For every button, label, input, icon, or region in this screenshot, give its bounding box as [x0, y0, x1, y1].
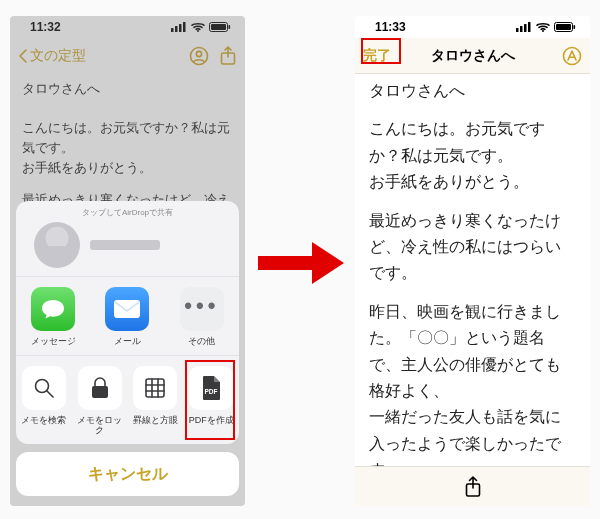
svg-rect-13 [92, 386, 108, 398]
share-actions-row: メモを検索 メモをロック 罫線と方眼 [16, 355, 239, 444]
grid-icon [133, 366, 177, 410]
pdf-icon: PDF [189, 366, 233, 410]
note-title: タロウさんへ [369, 78, 576, 104]
app-label: その他 [188, 337, 215, 347]
mail-icon [105, 287, 149, 331]
status-time: 11:32 [30, 20, 61, 34]
action-label: PDFを作成 [189, 416, 234, 426]
svg-rect-3 [183, 22, 186, 32]
action-label: 罫線と方眼 [133, 416, 178, 426]
avatar-icon [34, 222, 80, 268]
share-sheet: タップしてAirDropで共有 メッセージ [10, 195, 245, 506]
svg-rect-11 [114, 300, 140, 318]
action-pdf[interactable]: PDF PDFを作成 [183, 356, 239, 444]
status-bar: 11:33 [355, 16, 590, 38]
back-button[interactable]: 文の定型 [18, 47, 86, 65]
action-lock[interactable]: メモをロック [72, 356, 128, 444]
svg-point-20 [542, 30, 544, 32]
svg-point-4 [197, 30, 199, 32]
svg-rect-14 [146, 379, 164, 397]
lock-icon [78, 366, 122, 410]
wifi-icon [536, 22, 550, 32]
signal-icon [516, 22, 532, 32]
messages-icon [31, 287, 75, 331]
share-icon[interactable] [219, 46, 237, 66]
share-app-mail[interactable]: メール [90, 277, 164, 355]
svg-rect-17 [520, 26, 523, 32]
note-body[interactable]: タロウさんへ こんにちは。お元気ですか？私は元気です。 お手紙をありがとう。 最… [355, 74, 590, 495]
paragraph: 昨日、映画を観に行きました。「〇〇」という題名で、主人公の俳優がとても格好よく、… [369, 299, 576, 484]
wifi-icon [191, 22, 205, 32]
svg-rect-23 [574, 25, 576, 29]
svg-rect-18 [524, 24, 527, 32]
contact-name-redacted [90, 240, 160, 250]
share-apps-row: メッセージ メール ••• その他 [16, 276, 239, 355]
share-app-messages[interactable]: メッセージ [16, 277, 90, 355]
cancel-button[interactable]: キャンセル [16, 452, 239, 496]
action-label: メモを検索 [21, 416, 66, 426]
svg-rect-7 [229, 25, 231, 29]
svg-rect-6 [211, 24, 226, 30]
status-time: 11:33 [375, 20, 406, 34]
svg-point-9 [196, 51, 201, 56]
svg-rect-16 [516, 28, 519, 32]
more-icon: ••• [180, 287, 224, 331]
airdrop-hint: タップしてAirDropで共有 [26, 207, 229, 218]
navbar: 文の定型 [10, 38, 245, 74]
paragraph: 最近めっきり寒くなったけど、冷え性の私にはつらいです。 [369, 208, 576, 287]
paragraph: こんにちは。お元気ですか？私は元気です。 お手紙をありがとう。 [22, 118, 233, 178]
svg-text:PDF: PDF [205, 388, 218, 395]
action-search[interactable]: メモを検索 [16, 356, 72, 444]
svg-rect-19 [528, 22, 531, 32]
arrow-icon [258, 240, 344, 286]
share-icon[interactable] [464, 476, 482, 498]
signal-icon [171, 22, 187, 32]
phone-right: 11:33 完了 タロウさんへ タロウさ [355, 16, 590, 506]
bottom-toolbar [355, 466, 590, 506]
back-label: 文の定型 [30, 47, 86, 65]
svg-rect-22 [556, 24, 571, 30]
phone-left: 11:32 文の定型 [10, 16, 245, 506]
people-icon[interactable] [189, 46, 209, 66]
svg-rect-2 [179, 24, 182, 32]
action-label: メモをロック [74, 416, 126, 436]
chevron-left-icon [18, 48, 28, 64]
action-grid[interactable]: 罫線と方眼 [128, 356, 184, 444]
search-icon [22, 366, 66, 410]
share-app-more[interactable]: ••• その他 [165, 277, 239, 355]
paragraph: こんにちは。お元気ですか？私は元気です。 お手紙をありがとう。 [369, 116, 576, 195]
navbar: 完了 タロウさんへ [355, 38, 590, 74]
airdrop-contact[interactable] [26, 222, 229, 268]
app-label: メール [114, 337, 141, 347]
battery-icon [209, 22, 231, 32]
battery-icon [554, 22, 576, 32]
app-label: メッセージ [31, 337, 76, 347]
cancel-label: キャンセル [88, 464, 168, 485]
page-title: タロウさんへ [355, 47, 590, 65]
note-title: タロウさんへ [10, 74, 245, 100]
status-bar: 11:32 [10, 16, 245, 38]
svg-rect-0 [171, 28, 174, 32]
svg-rect-1 [175, 26, 178, 32]
